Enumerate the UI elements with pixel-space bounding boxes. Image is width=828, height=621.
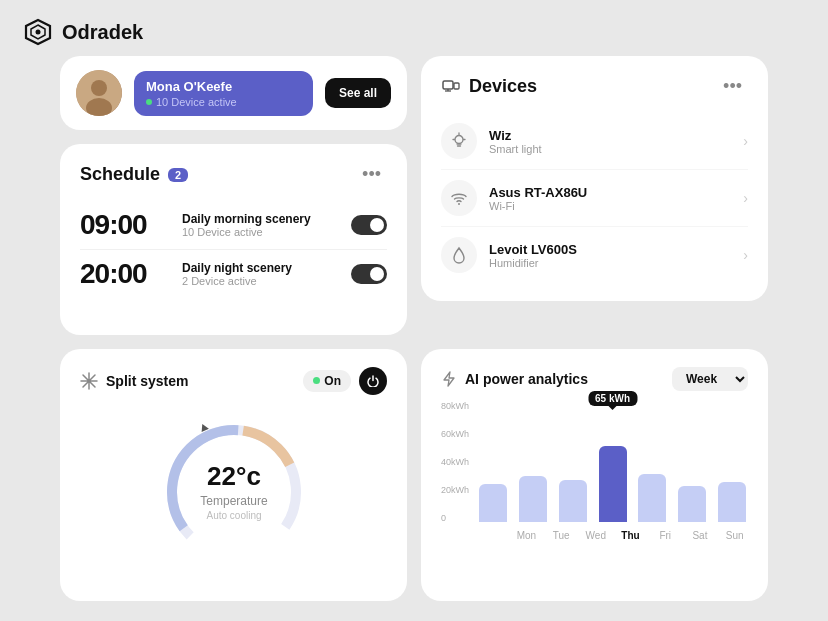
chevron-icon-2: › <box>743 247 748 263</box>
chevron-icon-1: › <box>743 190 748 206</box>
device-icon-bulb <box>441 123 477 159</box>
split-system-card: Split system On <box>60 349 407 602</box>
svg-text:Temperature: Temperature <box>200 494 268 508</box>
bar-thu <box>599 446 627 522</box>
user-info: Mona O'Keefe 10 Device active <box>134 71 313 116</box>
svg-point-2 <box>36 30 41 35</box>
temp-ring-svg: 22°c Temperature Auto cooling <box>149 407 319 562</box>
wifi-icon <box>450 189 468 207</box>
devices-more-button[interactable]: ••• <box>717 74 748 99</box>
x-label-tue: Tue <box>548 530 575 541</box>
active-dot <box>146 99 152 105</box>
power-header: AI power analytics Week Month <box>441 367 748 391</box>
schedule-item-1: 20:00 Daily night scenery 2 Device activ… <box>80 250 387 298</box>
left-column: Mona O'Keefe 10 Device active See all Sc… <box>60 56 407 335</box>
svg-point-14 <box>458 203 460 205</box>
on-badge: On <box>303 370 351 392</box>
app-header: Odradek <box>0 0 828 56</box>
device-icon-wifi <box>441 180 477 216</box>
power-button[interactable] <box>359 367 387 395</box>
right-column: Devices ••• Wiz <box>421 56 768 335</box>
schedule-header: Schedule 2 ••• <box>80 162 387 187</box>
power-analytics-card: AI power analytics Week Month 80kWh 60kW… <box>421 349 768 602</box>
bar-col-tue <box>517 401 549 522</box>
power-icon <box>367 375 379 387</box>
svg-rect-6 <box>443 81 453 89</box>
schedule-item-0: 09:00 Daily morning scenery 10 Device ac… <box>80 201 387 250</box>
avatar <box>76 70 122 116</box>
x-label-sun: Sun <box>721 530 748 541</box>
x-label-wed: Wed <box>582 530 609 541</box>
split-title-row: Split system <box>80 372 188 390</box>
svg-rect-7 <box>454 83 459 89</box>
see-all-button[interactable]: See all <box>325 78 391 108</box>
schedule-sub-1: 2 Device active <box>182 275 351 287</box>
bar-wed <box>559 480 587 522</box>
schedule-sub-0: 10 Device active <box>182 226 351 238</box>
devices-card: Devices ••• Wiz <box>421 56 768 301</box>
on-dot <box>313 377 320 384</box>
bar-col-thu: 65 kWh <box>597 401 629 522</box>
schedule-time-0: 09:00 <box>80 209 170 241</box>
device-item-1[interactable]: Asus RT-AX86U Wi-Fi › <box>441 170 748 227</box>
x-label-fri: Fri <box>652 530 679 541</box>
chart-area: 80kWh 60kWh 40kWh 20kWh 0 65 kWh MonTueW… <box>441 401 748 541</box>
bar-col-mon <box>477 401 509 522</box>
bar-col-wed <box>557 401 589 522</box>
bar-sat <box>678 486 706 522</box>
avatar-image <box>76 70 122 116</box>
y-axis-labels: 80kWh 60kWh 40kWh 20kWh 0 <box>441 401 469 541</box>
device-info-2: Levoit LV600S Humidifier <box>489 242 743 269</box>
schedule-more-button[interactable]: ••• <box>356 162 387 187</box>
bar-fri <box>638 474 666 522</box>
svg-text:22°c: 22°c <box>207 461 261 491</box>
bar-col-sun <box>716 401 748 522</box>
schedule-title: Schedule 2 <box>80 164 188 185</box>
split-title-text: Split system <box>106 373 188 389</box>
split-header: Split system On <box>80 367 387 395</box>
app-title: Odradek <box>62 21 143 44</box>
user-devices-label: 10 Device active <box>146 96 301 108</box>
devices-title: Devices <box>441 76 537 97</box>
devices-icon <box>441 77 461 97</box>
schedule-name-1: Daily night scenery <box>182 261 351 275</box>
user-name: Mona O'Keefe <box>146 79 301 94</box>
schedule-badge: 2 <box>168 168 188 182</box>
schedule-card: Schedule 2 ••• 09:00 Daily morning scene… <box>60 144 407 335</box>
power-title-row: AI power analytics <box>441 371 588 387</box>
svg-point-19 <box>87 379 91 383</box>
period-select[interactable]: Week Month <box>672 367 748 391</box>
chart-bars: 65 kWh <box>477 401 748 526</box>
bar-tue <box>519 476 547 522</box>
drop-icon <box>450 246 468 264</box>
schedule-toggle-0[interactable] <box>351 215 387 235</box>
bar-sun <box>718 482 746 522</box>
x-label-mon: Mon <box>513 530 540 541</box>
device-item-0[interactable]: Wiz Smart light › <box>441 113 748 170</box>
bar-mon <box>479 484 507 522</box>
bar-tooltip: 65 kWh <box>588 391 637 406</box>
device-info-0: Wiz Smart light <box>489 128 743 155</box>
bulb-icon <box>450 132 468 150</box>
device-info-1: Asus RT-AX86U Wi-Fi <box>489 185 743 212</box>
chevron-icon-0: › <box>743 133 748 149</box>
bar-col-fri <box>636 401 668 522</box>
bar-col-sat <box>676 401 708 522</box>
x-label-sat: Sat <box>687 530 714 541</box>
main-content: Mona O'Keefe 10 Device active See all Sc… <box>0 56 828 621</box>
schedule-time-1: 20:00 <box>80 258 170 290</box>
device-item-2[interactable]: Levoit LV600S Humidifier › <box>441 227 748 283</box>
schedule-name-0: Daily morning scenery <box>182 212 351 226</box>
thermometer: 22°c Temperature Auto cooling <box>80 405 387 565</box>
lightning-icon <box>441 371 457 387</box>
schedule-info-1: Daily night scenery 2 Device active <box>182 261 351 287</box>
svg-point-10 <box>455 136 463 144</box>
svg-text:Auto cooling: Auto cooling <box>206 510 261 521</box>
chart-bars-wrap: 65 kWh MonTueWedThuFriSatSun <box>477 401 748 541</box>
svg-point-4 <box>91 80 107 96</box>
schedule-toggle-1[interactable] <box>351 264 387 284</box>
schedule-info-0: Daily morning scenery 10 Device active <box>182 212 351 238</box>
x-label-thu: Thu <box>617 530 644 541</box>
snowflake-icon <box>80 372 98 390</box>
user-card: Mona O'Keefe 10 Device active See all <box>60 56 407 130</box>
